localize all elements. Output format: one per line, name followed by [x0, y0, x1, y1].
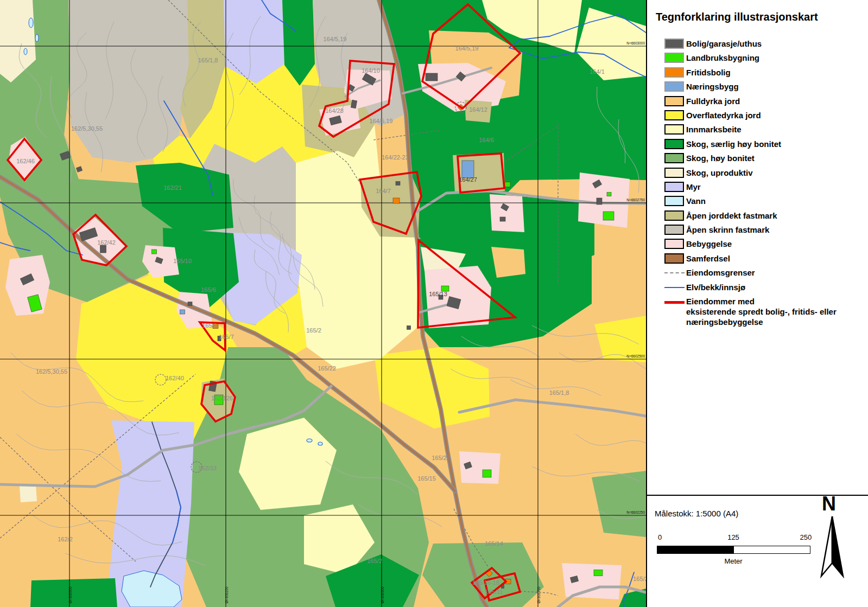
building-fritidsbolig — [393, 198, 400, 203]
scalebar-unit: Meter — [724, 557, 742, 565]
legend-swatch-skog1 — [664, 139, 684, 149]
north-arrow-icon — [814, 515, 852, 586]
building-landbruk — [594, 570, 603, 576]
legend-item-label: Åpen jorddekt fastmark — [686, 210, 777, 221]
legend-item-elv: Elv/bekk/innsjø — [647, 280, 868, 295]
legend-item-label: Skog, høy bonitet — [686, 153, 755, 163]
legend-swatch-innmark — [664, 124, 684, 135]
legend-item-skog2: Skog, høy bonitet — [647, 151, 868, 165]
map-scale-text: Målestokk: 1:5000 (A4) — [655, 509, 738, 518]
legend-item-spredt: Eiendommer medeksisterende spredt bolig-… — [647, 295, 868, 330]
building-bolig — [188, 302, 192, 306]
legend-swatch-overflate — [664, 110, 684, 120]
legend-item-label: Fulldyrka jord — [686, 96, 740, 106]
grid-northing-label: N=6602750 — [626, 198, 645, 202]
building-bolig — [407, 326, 411, 330]
legend-item-label: Vann — [686, 196, 706, 206]
legend-swatch-naering — [664, 81, 684, 92]
building-bolig — [500, 217, 505, 221]
building-bolig — [100, 245, 106, 253]
grid-easting-label: Ø=305500 — [381, 586, 384, 603]
legend-item-samferdsel: Samferdsel — [647, 252, 868, 266]
grid-northing-label: N=6602500 — [626, 354, 645, 358]
legend-swatch-skrinn — [664, 225, 684, 235]
legend-item-label: Overflatedyrka jord — [686, 110, 761, 120]
legend-list: Bolig/garasje/uthusLandbruksbygningFriti… — [647, 37, 868, 330]
scalebar — [657, 546, 810, 554]
legend-item-jorddekt: Åpen jorddekt fastmark — [647, 209, 868, 223]
legend-swatch-myr — [664, 182, 684, 192]
scalebar-tick-0: 0 — [658, 533, 662, 541]
legend-item-fritid: Fritidsbolig — [647, 66, 868, 80]
legend-item-vann: Vann — [647, 194, 868, 208]
legend-line-grense — [664, 272, 685, 273]
grid-easting-label: Ø=305000 — [68, 586, 72, 603]
legend-item-skrinn: Åpen skrinn fastmark — [647, 223, 868, 237]
legend-swatch-bebyggelse — [664, 239, 684, 249]
grid-easting-label: Ø=305250 — [225, 586, 229, 603]
legend-item-landbruk: Landbruksbygning — [647, 51, 868, 65]
legend-item-overflate: Overflatedyrka jord — [647, 108, 868, 123]
legend-item-label: Bolig/garasje/uthus — [686, 39, 762, 49]
map-canvas: Ø=305000Ø=305250Ø=305500Ø=305750N=660300… — [0, 0, 646, 607]
building-naering — [180, 310, 185, 314]
legend-item-label: Landbruksbygning — [686, 53, 759, 63]
landcover-layer — [0, 0, 646, 607]
north-letter: N — [822, 493, 836, 515]
legend-item-label: Elv/bekk/innsjø — [686, 282, 745, 292]
building-bolig — [426, 73, 438, 81]
building-landbruk — [152, 250, 157, 254]
legend-item-label: Eiendommer medeksisterende spredt bolig-… — [686, 296, 865, 327]
building-bolig — [396, 182, 400, 186]
legend-item-fulldyrka: Fulldyrka jord — [647, 94, 868, 108]
legend-item-label: Skog, særlig høy bonitet — [686, 139, 781, 149]
building-landbruk — [607, 193, 611, 196]
building-landbruk — [483, 470, 491, 477]
legend-item-label: Skog, uproduktiv — [686, 168, 753, 178]
legend-item-label: Fritidsbolig — [686, 67, 731, 78]
legend-swatch-skog2 — [664, 153, 684, 163]
legend-title: Tegnforklaring illustrasjonskart — [656, 11, 818, 23]
legend-item-label: Eiendomsgrenser — [686, 267, 755, 278]
building-bolig — [439, 295, 443, 299]
legend-item-label: Myr — [686, 182, 701, 192]
scalebar-tick-125: 125 — [727, 533, 739, 541]
legend-swatch-fulldyrka — [664, 96, 684, 106]
scalebar-tick-250: 250 — [800, 533, 812, 541]
building-bolig — [597, 198, 602, 205]
building-landbruk — [505, 182, 510, 187]
building-naering — [462, 161, 474, 178]
legend-item-myr: Myr — [647, 180, 868, 194]
legend-item-label: Innmarksbeite — [686, 124, 742, 135]
building-landbruk — [214, 395, 223, 405]
legend-item-label: Samferdsel — [686, 253, 730, 264]
north-arrow: N — [814, 493, 852, 585]
legend-item-bolig: Bolig/garasje/uthus — [647, 37, 868, 51]
legend-item-bebyggelse: Bebyggelse — [647, 237, 868, 251]
legend-line-spredt — [664, 301, 685, 304]
map-drawing: Ø=305000Ø=305250Ø=305500Ø=305750N=660300… — [0, 0, 646, 607]
legend-item-grense: Eiendomsgrenser — [647, 266, 868, 280]
grid-northing-label: N=6603000 — [626, 41, 645, 45]
legend-item-label: Åpen skrinn fastmark — [686, 225, 769, 235]
legend-item-skog1: Skog, særlig høy bonitet — [647, 137, 868, 151]
legend-swatch-jorddekt — [664, 210, 684, 221]
legend-item-skog3: Skog, uproduktiv — [647, 166, 868, 180]
building-landbruk — [603, 212, 614, 220]
legend-swatch-vann — [664, 196, 684, 206]
scalebar-fill — [657, 546, 734, 553]
legend-line-elv — [664, 287, 685, 288]
legend-swatch-samferdsel — [664, 253, 684, 264]
legend-swatch-fritid — [664, 67, 684, 78]
building-fritidsbolig — [213, 324, 218, 329]
legend-item-innmark: Innmarksbeite — [647, 123, 868, 137]
grid-easting-label: Ø=305750 — [537, 586, 541, 603]
legend-swatch-landbruk — [664, 53, 684, 63]
building-bolig — [218, 336, 221, 341]
legend-item-naering: Næringsbygg — [647, 80, 868, 94]
illustration-map-page: Ø=305000Ø=305250Ø=305500Ø=305750N=660300… — [0, 0, 868, 607]
legend-item-label: Bebyggelse — [686, 239, 732, 249]
grid-northing-label: N=6602250 — [626, 510, 645, 514]
legend-swatch-skog3 — [664, 168, 684, 178]
building-landbruk — [441, 286, 449, 291]
